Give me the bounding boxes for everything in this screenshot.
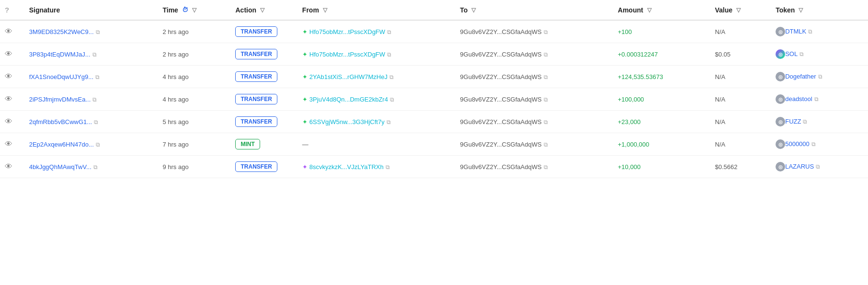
header-action: Action ▽ (230, 0, 297, 20)
to-copy-icon[interactable]: ⧉ (544, 29, 548, 35)
token-link[interactable]: LAZARUS (785, 163, 814, 170)
action-badge-mint: MINT (235, 139, 260, 149)
copy-icon[interactable]: ⧉ (95, 74, 100, 80)
signature-link[interactable]: 3P83p4tEqDWMJaJ... (29, 51, 91, 58)
table-row: 👁2qfmRbb5vBCwwG1...⧉5 hrs agoTRANSFER✦6S… (0, 111, 868, 133)
table-row: 👁3M9ED8325K2WeC9...⧉2 hrs agoTRANSFER✦Hf… (0, 20, 868, 43)
from-addr-icon: ✦ (302, 163, 308, 171)
action-badge-transfer: TRANSFER (235, 94, 277, 104)
amount-filter-icon[interactable]: ▽ (647, 7, 651, 13)
amount-value: +0.000312247 (618, 51, 658, 58)
from-filter-icon[interactable]: ▽ (323, 7, 327, 13)
token-link[interactable]: Dogefather (785, 73, 816, 80)
amount-value: +124,535.53673 (618, 73, 663, 80)
table-row: 👁2iPSJfmjmvDMvsEa...⧉4 hrs agoTRANSFER✦3… (0, 88, 868, 111)
value-text: N/A (715, 28, 726, 35)
eye-icon[interactable]: 👁 (5, 140, 12, 148)
amount-value: +10,000 (618, 163, 640, 171)
token-link[interactable]: SOL (785, 50, 798, 57)
to-address: 9Gu8v6VZ2Y...CSGfaAdqWS (460, 73, 541, 80)
copy-icon[interactable]: ⧉ (94, 119, 98, 125)
amount-header-label: Amount (618, 6, 643, 14)
to-copy-icon[interactable]: ⧉ (544, 51, 548, 58)
header-eye-col: ? (0, 0, 24, 20)
time-text: 2 hrs ago (162, 28, 188, 35)
from-address-link[interactable]: Hfo75obMzr...tPsscXDgFW (309, 28, 385, 35)
token-icon: ◎ (776, 162, 785, 171)
token-icon: ◎ (776, 72, 785, 81)
token-copy-icon[interactable]: ⧉ (808, 28, 812, 35)
copy-icon[interactable]: ⧉ (96, 141, 100, 148)
from-copy-icon[interactable]: ⧉ (387, 29, 391, 35)
eye-icon[interactable]: 👁 (5, 162, 12, 171)
eye-icon[interactable]: 👁 (5, 50, 12, 58)
from-address-link[interactable]: Hfo75obMzr...tPsscXDgFW (309, 51, 385, 58)
from-copy-icon[interactable]: ⧉ (387, 119, 391, 125)
from-copy-icon[interactable]: ⧉ (390, 96, 394, 103)
from-address-link[interactable]: 6SSVgjW5nw...3G3HjCft7y (309, 118, 385, 125)
to-copy-icon[interactable]: ⧉ (544, 96, 548, 103)
copy-icon[interactable]: ⧉ (92, 51, 97, 58)
action-badge-transfer: TRANSFER (235, 49, 277, 59)
from-copy-icon[interactable]: ⧉ (389, 74, 394, 80)
token-copy-icon[interactable]: ⧉ (803, 118, 807, 125)
to-copy-icon[interactable]: ⧉ (544, 119, 548, 125)
time-text: 7 hrs ago (162, 141, 188, 148)
from-addr-icon: ✦ (302, 73, 308, 80)
copy-icon[interactable]: ⧉ (92, 96, 97, 103)
header-amount: Amount ▽ (613, 0, 710, 20)
from-copy-icon[interactable]: ⧉ (386, 164, 390, 171)
time-text: 4 hrs ago (162, 96, 188, 103)
copy-icon[interactable]: ⧉ (96, 29, 100, 35)
token-icon: ◎ (776, 27, 785, 36)
clock-icon[interactable]: ⏱ (182, 6, 188, 13)
signature-link[interactable]: 2qfmRbb5vBCwwG1... (29, 118, 92, 125)
signature-link[interactable]: 3M9ED8325K2WeC9... (29, 28, 94, 35)
from-addr-icon: ✦ (302, 118, 308, 125)
signature-link[interactable]: 2Ep2Axqew6HN47do... (29, 141, 94, 148)
token-link[interactable]: FUZZ (785, 118, 801, 125)
time-filter-icon[interactable]: ▽ (192, 7, 196, 13)
time-header-label: Time (162, 6, 178, 14)
token-icon: ◎ (776, 94, 785, 104)
header-signature: Signature (24, 0, 158, 20)
token-copy-icon[interactable]: ⧉ (799, 51, 804, 57)
to-filter-icon[interactable]: ▽ (471, 7, 476, 13)
to-copy-icon[interactable]: ⧉ (544, 164, 548, 171)
token-link[interactable]: deadstool (785, 95, 812, 103)
table-row: 👁fXA1SnoeDqwUJYg9...⧉4 hrs agoTRANSFER✦2… (0, 66, 868, 88)
token-copy-icon[interactable]: ⧉ (814, 96, 819, 103)
token-link[interactable]: DTMLK (785, 28, 806, 35)
signature-header-label: Signature (29, 6, 60, 14)
table-row: 👁2Ep2Axqew6HN47do...⧉7 hrs agoMINT—9Gu8v… (0, 133, 868, 156)
action-filter-icon[interactable]: ▽ (260, 7, 264, 13)
token-copy-icon[interactable]: ⧉ (811, 141, 816, 148)
eye-icon[interactable]: 👁 (5, 27, 12, 36)
signature-link[interactable]: 4bkJggQhMAwqTwV... (29, 163, 91, 171)
signature-link[interactable]: 2iPSJfmjmvDMvsEa... (29, 96, 91, 103)
from-copy-icon[interactable]: ⧉ (387, 51, 391, 58)
header-time: Time ⏱ ▽ (158, 0, 230, 20)
action-badge-transfer: TRANSFER (235, 116, 277, 127)
to-header-label: To (460, 6, 468, 14)
to-copy-icon[interactable]: ⧉ (544, 141, 548, 148)
eye-icon[interactable]: 👁 (5, 95, 12, 103)
token-link[interactable]: 5000000 (785, 140, 810, 148)
to-copy-icon[interactable]: ⧉ (544, 74, 548, 80)
token-icon: ◎ (776, 117, 785, 126)
value-text: N/A (715, 141, 726, 148)
value-filter-icon[interactable]: ▽ (736, 7, 741, 13)
eye-icon[interactable]: 👁 (5, 72, 12, 81)
token-icon: ◎ (776, 139, 785, 149)
eye-icon[interactable]: 👁 (5, 117, 12, 126)
from-address-link[interactable]: 3PjuV4d8Qn...DmGE2kbZr4 (309, 96, 388, 103)
signature-link[interactable]: fXA1SnoeDqwUJYg9... (29, 73, 93, 80)
token-filter-icon[interactable]: ▽ (799, 7, 803, 13)
token-copy-icon[interactable]: ⧉ (818, 73, 822, 80)
copy-icon[interactable]: ⧉ (93, 164, 98, 171)
amount-value: +100,000 (618, 96, 644, 103)
from-address-link[interactable]: 2YAb1stXiS...rGHW7MzHeJ (309, 73, 388, 80)
from-address-link[interactable]: 8scvkyzkzK...VJzLYaTRXh (309, 163, 384, 171)
token-copy-icon[interactable]: ⧉ (816, 163, 820, 170)
question-icon[interactable]: ? (5, 6, 9, 14)
